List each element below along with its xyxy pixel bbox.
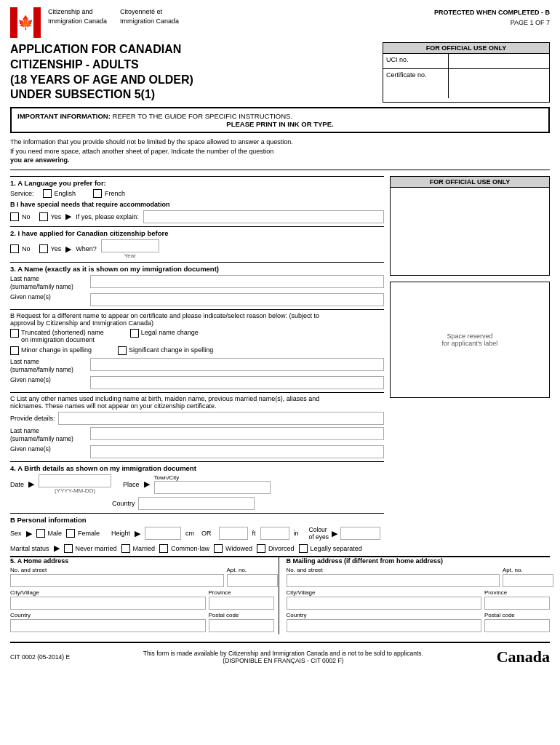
title-section: APPLICATION FOR CANADIAN CITIZENSHIP - A… xyxy=(10,42,550,103)
colour-eyes-input[interactable] xyxy=(340,527,380,540)
accommodation-row: No Yes ▶ If yes, please explain: xyxy=(10,210,384,223)
language-row: Service: English French xyxy=(10,189,384,198)
given-name-label-c: Given name(s) xyxy=(10,445,90,458)
page-number: PAGE 1 OF 7 xyxy=(434,17,550,28)
height-cm-input[interactable] xyxy=(145,527,181,540)
cert-label: Certificate no. xyxy=(383,69,449,98)
addr-a-country-input[interactable] xyxy=(10,619,206,632)
last-name-label-c: Last name (surname/family name) xyxy=(10,427,90,443)
french-checkbox[interactable] xyxy=(93,189,102,198)
height-ft-input[interactable] xyxy=(219,527,248,540)
male-option[interactable]: Male xyxy=(36,529,63,538)
widowed-option[interactable]: Widowed xyxy=(214,544,252,553)
addr-b-city-input[interactable] xyxy=(287,597,482,610)
given-name-input-a[interactable] xyxy=(90,293,384,306)
no-option[interactable]: No xyxy=(10,212,31,221)
s2-no-label: No xyxy=(22,245,31,252)
country-input[interactable] xyxy=(138,497,255,510)
given-name-input-c[interactable] xyxy=(90,445,384,458)
addr-b-country-input[interactable] xyxy=(287,619,482,632)
common-law-option[interactable]: Common-law xyxy=(159,544,209,553)
married-checkbox[interactable] xyxy=(121,544,130,553)
s2-yes-checkbox[interactable] xyxy=(39,244,48,253)
addr-a-postal-input[interactable] xyxy=(209,619,274,632)
country-label: Country xyxy=(112,500,135,507)
addr-a-apt-wrapper: Apt. no. xyxy=(227,567,274,587)
yes-option[interactable]: Yes xyxy=(39,212,62,221)
last-name-label-b: Last name (surname/family name) xyxy=(10,358,90,374)
title-block: APPLICATION FOR CANADIAN CITIZENSHIP - A… xyxy=(10,42,375,103)
yes-checkbox[interactable] xyxy=(39,212,48,221)
never-married-checkbox[interactable] xyxy=(64,544,73,553)
addr-a-postal-label: Postal code xyxy=(209,612,274,618)
minor-checkbox[interactable] xyxy=(10,346,19,355)
legally-separated-option[interactable]: Legally separated xyxy=(299,544,362,553)
section-5b: B Mailing address (if different from hom… xyxy=(285,557,551,634)
option-legal[interactable]: Legal name change xyxy=(130,329,199,343)
widowed-checkbox[interactable] xyxy=(214,544,223,553)
s2-no-option[interactable]: No xyxy=(10,244,31,253)
addr-b-street-row: No. and street Apt. no. xyxy=(287,567,551,587)
never-married-option[interactable]: Never married xyxy=(64,544,117,553)
truncated-checkbox[interactable] xyxy=(10,329,19,338)
addr-a-prov-input[interactable] xyxy=(209,597,274,610)
provide-details-input[interactable] xyxy=(58,412,384,425)
legally-separated-checkbox[interactable] xyxy=(299,544,308,553)
org-en-line2: Immigration Canada xyxy=(48,17,107,26)
divorced-label: Divorced xyxy=(268,545,295,552)
option-truncated[interactable]: Truncated (shortened) name on immigratio… xyxy=(10,329,104,343)
french-option[interactable]: French xyxy=(93,189,125,198)
height-in-input[interactable] xyxy=(260,527,289,540)
addr-a-city-input[interactable] xyxy=(10,597,206,610)
female-option[interactable]: Female xyxy=(66,529,100,538)
addr-a-city-row: City/Village Province xyxy=(10,589,274,610)
common-law-checkbox[interactable] xyxy=(159,544,168,553)
addr-b-apt-input[interactable] xyxy=(503,574,553,587)
s2-no-checkbox[interactable] xyxy=(10,244,19,253)
female-checkbox[interactable] xyxy=(66,529,75,538)
divorced-option[interactable]: Divorced xyxy=(257,544,295,553)
english-option[interactable]: English xyxy=(43,189,76,198)
addr-a-country-row: Country Postal code xyxy=(10,612,274,632)
last-name-input-a[interactable] xyxy=(90,275,384,288)
addr-b-postal-input[interactable] xyxy=(484,619,550,632)
last-name-input-c[interactable] xyxy=(90,427,384,440)
legal-checkbox[interactable] xyxy=(130,329,139,338)
given-name-input-b[interactable] xyxy=(90,376,384,389)
explain-input[interactable] xyxy=(143,210,384,223)
ft-label: ft xyxy=(252,530,256,537)
last-name-row-a: Last name (surname/family name) xyxy=(10,275,384,291)
uci-value[interactable] xyxy=(449,54,549,68)
option-significant[interactable]: Significant change in spelling xyxy=(118,346,213,355)
section-3b-label: B Request for a different name to appear… xyxy=(10,312,384,327)
date-input[interactable] xyxy=(39,474,111,487)
addr-a-street-input[interactable] xyxy=(10,574,224,587)
cert-value[interactable] xyxy=(449,69,549,98)
sex-label: Sex xyxy=(10,530,22,537)
option-minor[interactable]: Minor change in spelling xyxy=(10,346,92,355)
country-row: Country xyxy=(112,497,384,510)
marital-status-label: Marital status xyxy=(10,545,49,552)
addr-b-street-input[interactable] xyxy=(287,574,500,587)
name-change-options: Truncated (shortened) name on immigratio… xyxy=(10,329,384,343)
section-2-label: 2. I have applied for Canadian citizensh… xyxy=(10,229,169,237)
cert-row: Certificate no. xyxy=(383,69,549,98)
married-option[interactable]: Married xyxy=(121,544,156,553)
english-checkbox[interactable] xyxy=(43,189,52,198)
addr-b-prov-input[interactable] xyxy=(484,597,550,610)
divorced-checkbox[interactable] xyxy=(257,544,265,553)
town-city-input[interactable] xyxy=(154,481,271,494)
common-law-label: Common-law xyxy=(171,545,209,552)
addr-a-apt-input[interactable] xyxy=(227,574,278,587)
right-panel: FOR OFFICIAL USE ONLY Space reserved for… xyxy=(390,176,550,556)
s2-yes-option[interactable]: Yes xyxy=(39,244,62,253)
no-checkbox[interactable] xyxy=(10,212,19,221)
addr-b-country-label: Country xyxy=(287,612,482,618)
male-checkbox[interactable] xyxy=(36,529,45,538)
addr-b-city-wrapper: City/Village xyxy=(287,589,482,610)
last-name-input-b[interactable] xyxy=(90,358,384,371)
significant-checkbox[interactable] xyxy=(118,346,127,355)
when-date-input[interactable] xyxy=(101,239,159,252)
section-2-row: 2. I have applied for Canadian citizensh… xyxy=(10,229,384,237)
page: 🍁 Citizenship and Immigration Canada Cit… xyxy=(0,0,560,745)
